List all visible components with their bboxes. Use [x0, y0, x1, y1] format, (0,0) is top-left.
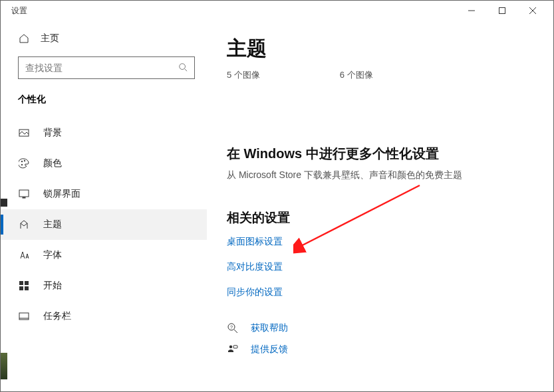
svg-rect-21	[233, 345, 237, 348]
taskbar-icon	[18, 311, 30, 322]
svg-line-5	[185, 68, 188, 71]
svg-rect-11	[23, 197, 25, 198]
sidebar-item-start[interactable]: 开始	[1, 270, 207, 301]
search-input[interactable]	[25, 62, 178, 73]
thumb-caption: 5 个图像	[227, 69, 260, 81]
svg-point-7	[21, 161, 23, 162]
related-settings-heading: 相关的设置	[227, 209, 533, 227]
svg-point-20	[229, 345, 232, 348]
feedback-link[interactable]: 提供反馈	[227, 343, 533, 355]
palette-icon	[18, 158, 30, 169]
link-sync-settings[interactable]: 同步你的设置	[227, 286, 533, 298]
minimize-button[interactable]	[456, 1, 487, 21]
nav-list: 背景 颜色 锁屏界面	[1, 118, 207, 332]
feedback-icon	[227, 344, 239, 355]
sidebar-item-lockscreen[interactable]: 锁屏界面	[1, 179, 207, 209]
svg-rect-15	[25, 286, 29, 290]
sidebar-item-themes[interactable]: 主题	[1, 209, 207, 240]
sidebar-item-colors[interactable]: 颜色	[1, 148, 207, 179]
decorative-sliver	[1, 353, 7, 379]
title-bar: 设置	[1, 1, 553, 21]
svg-point-4	[180, 63, 186, 69]
svg-rect-14	[19, 286, 23, 290]
font-icon	[18, 250, 30, 260]
window-controls	[456, 1, 548, 21]
sidebar-item-taskbar[interactable]: 任务栏	[1, 301, 207, 332]
sidebar-item-background[interactable]: 背景	[1, 118, 207, 148]
get-help-link[interactable]: ? 获取帮助	[227, 322, 533, 334]
svg-point-9	[21, 164, 23, 165]
sidebar-item-label: 背景	[43, 127, 62, 139]
search-box[interactable]	[18, 56, 195, 79]
home-link[interactable]: 主页	[1, 26, 207, 51]
sidebar-item-label: 字体	[43, 249, 62, 261]
category-heading: 个性化	[1, 88, 207, 118]
help-label: 获取帮助	[251, 322, 288, 334]
theme-thumbnails-row: 5 个图像 6 个图像	[227, 69, 533, 81]
picture-icon	[18, 128, 30, 138]
home-icon	[18, 33, 30, 44]
svg-text:?: ?	[230, 325, 233, 330]
thumb-caption: 6 个图像	[340, 69, 373, 81]
sidebar: 主页 个性化 背景	[1, 21, 207, 391]
feedback-label: 提供反馈	[251, 343, 288, 355]
svg-rect-13	[25, 281, 29, 285]
theme-icon	[18, 219, 30, 230]
svg-rect-10	[19, 190, 29, 197]
sidebar-item-label: 任务栏	[43, 310, 71, 322]
link-desktop-icon-settings[interactable]: 桌面图标设置	[227, 236, 533, 248]
home-label: 主页	[41, 33, 59, 45]
start-icon	[18, 280, 30, 291]
search-icon	[178, 62, 188, 74]
link-high-contrast-settings[interactable]: 高对比度设置	[227, 261, 533, 273]
maximize-button[interactable]	[487, 1, 517, 21]
svg-point-8	[24, 160, 25, 161]
sidebar-item-label: 开始	[43, 280, 62, 292]
svg-rect-12	[19, 281, 23, 285]
sidebar-item-label: 颜色	[43, 157, 62, 169]
svg-rect-1	[499, 8, 505, 14]
sidebar-item-label: 主题	[43, 219, 62, 231]
main-content: 主题 5 个图像 6 个图像 在 Windows 中进行更多个性化设置 从 Mi…	[207, 21, 553, 391]
more-personalization-sub: 从 Microsoft Store 下载兼具壁纸、声音和颜色的免费主题	[227, 169, 533, 181]
close-button[interactable]	[517, 1, 548, 21]
sidebar-item-fonts[interactable]: 字体	[1, 240, 207, 270]
settings-window: 设置 主页	[0, 0, 554, 392]
help-icon: ?	[227, 323, 239, 334]
window-title: 设置	[11, 5, 27, 17]
sidebar-item-label: 锁屏界面	[43, 188, 80, 200]
lock-screen-icon	[18, 189, 30, 199]
page-title: 主题	[227, 35, 533, 62]
more-personalization-heading: 在 Windows 中进行更多个性化设置	[227, 145, 533, 163]
